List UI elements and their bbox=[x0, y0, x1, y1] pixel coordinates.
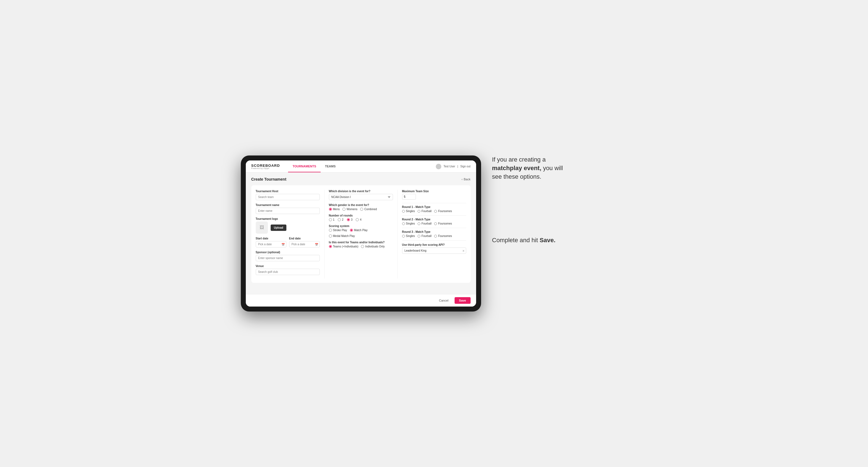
sponsor-label: Sponsor (optional) bbox=[256, 251, 320, 254]
sign-out-link[interactable]: Sign out bbox=[460, 165, 471, 168]
rounds-label: Number of rounds bbox=[329, 214, 393, 217]
tab-teams[interactable]: TEAMS bbox=[321, 160, 340, 172]
scoring-stroke[interactable]: Stroke Play bbox=[329, 229, 347, 232]
scoring-match[interactable]: Match Play bbox=[350, 229, 368, 232]
tournament-host-label: Tournament Host bbox=[256, 190, 320, 193]
start-date-wrap: 📅 bbox=[256, 241, 286, 247]
brand-title: SCOREBOARD bbox=[251, 164, 280, 167]
round3-label: Round 3 - Match Type bbox=[402, 230, 466, 234]
round2-foursomes[interactable]: Foursomes bbox=[434, 222, 452, 225]
round3-options: Singles Fourball Foursomes bbox=[402, 235, 466, 238]
end-date-group: End date 📅 bbox=[289, 237, 320, 247]
teams-option[interactable]: Teams (+Individuals) bbox=[329, 245, 359, 248]
gender-womens[interactable]: Womens bbox=[342, 208, 358, 211]
gender-combined[interactable]: Combined bbox=[360, 208, 377, 211]
tab-tournaments[interactable]: TOURNAMENTS bbox=[288, 160, 320, 172]
round1-fourball[interactable]: Fourball bbox=[417, 210, 431, 213]
api-group: Use third-party live scoring API? ✕ bbox=[402, 243, 466, 254]
division-group: Which division is the event for? NCAA Di… bbox=[329, 190, 393, 200]
gender-group: Which gender is the event for? Mens Wome… bbox=[329, 204, 393, 211]
rounds-group: Number of rounds 1 2 bbox=[329, 214, 393, 221]
page-header: Create Tournament ‹ Back bbox=[251, 177, 471, 181]
round1-label: Round 1 - Match Type bbox=[402, 206, 466, 209]
tournament-name-input[interactable] bbox=[256, 208, 320, 214]
max-team-size-label: Maximum Team Size bbox=[402, 190, 466, 193]
venue-group: Venue bbox=[256, 264, 320, 275]
venue-input[interactable] bbox=[256, 269, 320, 275]
user-avatar bbox=[436, 164, 441, 169]
brand: SCOREBOARD Powered by clippit bbox=[251, 164, 280, 169]
round-2[interactable]: 2 bbox=[338, 218, 344, 221]
division-select[interactable]: NCAA Division I bbox=[329, 194, 393, 200]
navbar-right: Test User | Sign out bbox=[436, 164, 471, 169]
division-label: Which division is the event for? bbox=[329, 190, 393, 193]
tournament-name-label: Tournament name bbox=[256, 204, 320, 207]
logo-upload-area: 🖼 Upload bbox=[256, 221, 320, 234]
page-title: Create Tournament bbox=[251, 177, 286, 181]
tournament-host-group: Tournament Host bbox=[256, 190, 320, 200]
round-1[interactable]: 1 bbox=[329, 218, 335, 221]
round3-singles[interactable]: Singles bbox=[402, 235, 415, 238]
upload-button[interactable]: Upload bbox=[271, 224, 287, 231]
navbar: SCOREBOARD Powered by clippit TOURNAMENT… bbox=[246, 160, 476, 173]
api-input[interactable] bbox=[402, 247, 466, 254]
end-date-label: End date bbox=[289, 237, 320, 240]
gender-radio-group: Mens Womens Combined bbox=[329, 208, 393, 211]
gender-mens[interactable]: Mens bbox=[329, 208, 340, 211]
max-team-size-input[interactable] bbox=[402, 194, 416, 200]
scoring-medal[interactable]: Medal Match Play bbox=[329, 235, 355, 238]
round1-foursomes[interactable]: Foursomes bbox=[434, 210, 452, 213]
round1-match-type: Round 1 - Match Type Singles Fourball bbox=[402, 206, 466, 213]
round3-match-type: Round 3 - Match Type Singles Fourball bbox=[402, 230, 466, 238]
api-label: Use third-party live scoring API? bbox=[402, 243, 466, 246]
divider2 bbox=[402, 215, 466, 216]
back-link[interactable]: ‹ Back bbox=[462, 178, 470, 181]
round-4[interactable]: 4 bbox=[356, 218, 362, 221]
individuals-option[interactable]: Individuals Only bbox=[361, 245, 385, 248]
teams-label: Is this event for Teams and/or Individua… bbox=[329, 241, 393, 244]
tournament-host-input[interactable] bbox=[256, 194, 320, 200]
form-container: Tournament Host Tournament name Tourname… bbox=[251, 185, 471, 283]
round3-foursomes[interactable]: Foursomes bbox=[434, 235, 452, 238]
api-clear-icon[interactable]: ✕ bbox=[462, 249, 465, 252]
round1-singles[interactable]: Singles bbox=[402, 210, 415, 213]
annotation-top-text: If you are creating a matchplay event, y… bbox=[492, 155, 569, 181]
tablet-screen: SCOREBOARD Powered by clippit TOURNAMENT… bbox=[246, 160, 476, 307]
form-right-col: Maximum Team Size Round 1 - Match Type S… bbox=[402, 190, 466, 278]
tournament-logo-group: Tournament logo 🖼 Upload bbox=[256, 217, 320, 234]
annotation-area: If you are creating a matchplay event, y… bbox=[492, 155, 569, 245]
brand-subtitle: Powered by clippit bbox=[251, 167, 280, 169]
round2-singles[interactable]: Singles bbox=[402, 222, 415, 225]
logo-placeholder: 🖼 bbox=[256, 221, 268, 234]
sponsor-input[interactable] bbox=[256, 255, 320, 261]
save-button[interactable]: Save bbox=[455, 297, 471, 304]
form-footer: Cancel Save bbox=[246, 294, 476, 307]
cancel-button[interactable]: Cancel bbox=[436, 297, 452, 304]
nav-tabs: TOURNAMENTS TEAMS bbox=[288, 160, 340, 172]
tournament-name-group: Tournament name bbox=[256, 204, 320, 214]
rounds-radio-group: 1 2 3 bbox=[329, 218, 393, 221]
venue-label: Venue bbox=[256, 264, 320, 268]
sponsor-group: Sponsor (optional) bbox=[256, 251, 320, 261]
round3-fourball[interactable]: Fourball bbox=[417, 235, 431, 238]
divider4 bbox=[402, 240, 466, 241]
scoring-radio-group: Stroke Play Match Play Medal Match Play bbox=[329, 229, 393, 238]
date-row: Start date 📅 End date 📅 bbox=[256, 237, 320, 247]
tournament-logo-label: Tournament logo bbox=[256, 217, 320, 220]
calendar-icon: 📅 bbox=[281, 243, 285, 246]
round-3[interactable]: 3 bbox=[347, 218, 353, 221]
round2-fourball[interactable]: Fourball bbox=[417, 222, 431, 225]
page-wrapper: SCOREBOARD Powered by clippit TOURNAMENT… bbox=[241, 155, 627, 312]
calendar-icon-end: 📅 bbox=[315, 243, 318, 246]
gender-label: Which gender is the event for? bbox=[329, 204, 393, 207]
round2-match-type: Round 2 - Match Type Singles Fourball bbox=[402, 218, 466, 225]
form-left-col: Tournament Host Tournament name Tourname… bbox=[256, 190, 320, 278]
divider1 bbox=[402, 203, 466, 203]
teams-group: Is this event for Teams and/or Individua… bbox=[329, 241, 393, 248]
round2-label: Round 2 - Match Type bbox=[402, 218, 466, 221]
divider3 bbox=[402, 228, 466, 228]
scoring-label: Scoring system bbox=[329, 224, 393, 227]
content-area: Create Tournament ‹ Back Tournament Host bbox=[246, 173, 476, 294]
max-team-size-group: Maximum Team Size bbox=[402, 190, 466, 200]
user-name: Test User bbox=[443, 165, 455, 168]
